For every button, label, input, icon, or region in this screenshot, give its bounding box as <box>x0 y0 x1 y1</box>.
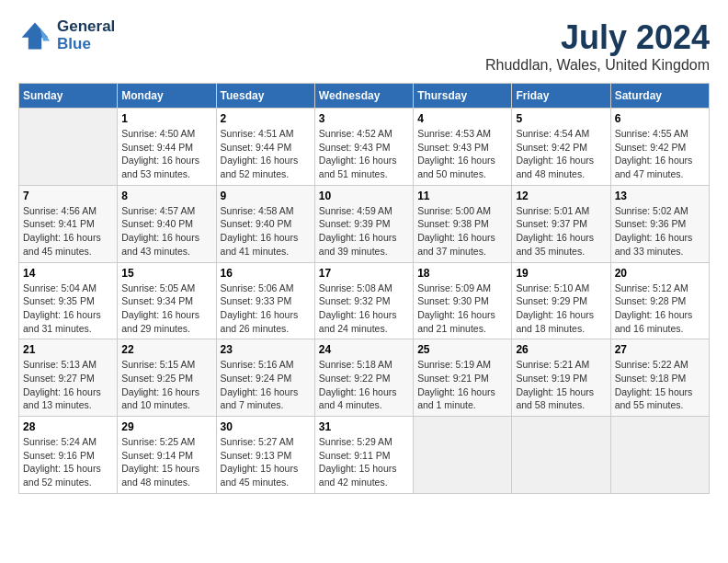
day-number: 18 <box>417 267 507 280</box>
day-info: Sunrise: 5:18 AM Sunset: 9:22 PM Dayligh… <box>319 358 409 412</box>
calendar-cell: 2Sunrise: 4:51 AM Sunset: 9:44 PM Daylig… <box>216 109 314 186</box>
calendar-week-row: 7Sunrise: 4:56 AM Sunset: 9:41 PM Daylig… <box>19 185 710 262</box>
day-info: Sunrise: 5:10 AM Sunset: 9:29 PM Dayligh… <box>516 282 606 336</box>
calendar-cell: 21Sunrise: 5:13 AM Sunset: 9:27 PM Dayli… <box>19 339 118 417</box>
day-number: 19 <box>516 267 606 280</box>
column-header-friday: Friday <box>512 84 610 109</box>
day-info: Sunrise: 4:55 AM Sunset: 9:42 PM Dayligh… <box>615 127 705 181</box>
calendar-cell: 31Sunrise: 5:29 AM Sunset: 9:11 PM Dayli… <box>314 417 413 494</box>
calendar-cell: 20Sunrise: 5:12 AM Sunset: 9:28 PM Dayli… <box>610 262 709 339</box>
day-number: 30 <box>221 420 311 433</box>
day-number: 29 <box>121 420 211 433</box>
day-info: Sunrise: 5:25 AM Sunset: 9:14 PM Dayligh… <box>121 435 211 489</box>
day-number: 23 <box>221 343 311 356</box>
logo-text: General Blue <box>57 18 115 52</box>
day-info: Sunrise: 5:15 AM Sunset: 9:25 PM Dayligh… <box>121 358 211 412</box>
day-number: 20 <box>615 267 705 280</box>
calendar-cell: 7Sunrise: 4:56 AM Sunset: 9:41 PM Daylig… <box>19 185 118 262</box>
day-info: Sunrise: 4:59 AM Sunset: 9:39 PM Dayligh… <box>319 204 409 259</box>
calendar-week-row: 14Sunrise: 5:04 AM Sunset: 9:35 PM Dayli… <box>19 262 710 339</box>
logo: General Blue <box>18 18 115 52</box>
calendar-cell: 19Sunrise: 5:10 AM Sunset: 9:29 PM Dayli… <box>512 262 610 339</box>
day-info: Sunrise: 5:22 AM Sunset: 9:18 PM Dayligh… <box>615 358 705 412</box>
day-number: 8 <box>121 190 211 202</box>
day-info: Sunrise: 4:54 AM Sunset: 9:42 PM Dayligh… <box>516 127 606 181</box>
day-number: 12 <box>516 190 606 202</box>
day-info: Sunrise: 5:01 AM Sunset: 9:37 PM Dayligh… <box>516 204 606 259</box>
day-info: Sunrise: 5:19 AM Sunset: 9:21 PM Dayligh… <box>417 358 507 412</box>
day-info: Sunrise: 5:29 AM Sunset: 9:11 PM Dayligh… <box>319 435 409 489</box>
day-number: 1 <box>121 112 211 125</box>
column-header-thursday: Thursday <box>414 84 512 109</box>
column-header-monday: Monday <box>118 84 216 109</box>
calendar-cell: 30Sunrise: 5:27 AM Sunset: 9:13 PM Dayli… <box>216 417 314 494</box>
day-number: 11 <box>417 190 507 202</box>
day-number: 24 <box>319 343 409 356</box>
calendar-cell: 15Sunrise: 5:05 AM Sunset: 9:34 PM Dayli… <box>118 262 216 339</box>
day-info: Sunrise: 5:02 AM Sunset: 9:36 PM Dayligh… <box>615 204 705 259</box>
day-number: 22 <box>121 343 211 356</box>
calendar-cell: 17Sunrise: 5:08 AM Sunset: 9:32 PM Dayli… <box>314 262 413 339</box>
day-number: 26 <box>516 343 606 356</box>
day-number: 25 <box>417 343 507 356</box>
day-number: 6 <box>615 112 705 125</box>
day-info: Sunrise: 4:51 AM Sunset: 9:44 PM Dayligh… <box>221 127 311 181</box>
column-header-wednesday: Wednesday <box>314 84 413 109</box>
day-number: 31 <box>319 420 409 433</box>
calendar-header-row: SundayMondayTuesdayWednesdayThursdayFrid… <box>19 84 710 109</box>
calendar-cell: 3Sunrise: 4:52 AM Sunset: 9:43 PM Daylig… <box>314 109 413 186</box>
day-info: Sunrise: 5:08 AM Sunset: 9:32 PM Dayligh… <box>319 282 409 336</box>
day-number: 10 <box>319 190 409 202</box>
day-info: Sunrise: 5:24 AM Sunset: 9:16 PM Dayligh… <box>23 435 113 489</box>
calendar-cell: 18Sunrise: 5:09 AM Sunset: 9:30 PM Dayli… <box>414 262 512 339</box>
calendar-cell <box>414 417 512 494</box>
day-number: 27 <box>615 343 705 356</box>
day-info: Sunrise: 5:09 AM Sunset: 9:30 PM Dayligh… <box>417 282 507 336</box>
calendar-cell: 5Sunrise: 4:54 AM Sunset: 9:42 PM Daylig… <box>512 109 610 186</box>
calendar-cell: 9Sunrise: 4:58 AM Sunset: 9:40 PM Daylig… <box>216 185 314 262</box>
day-number: 3 <box>319 112 409 125</box>
day-number: 14 <box>23 267 113 280</box>
day-info: Sunrise: 5:05 AM Sunset: 9:34 PM Dayligh… <box>121 282 211 336</box>
calendar-cell: 22Sunrise: 5:15 AM Sunset: 9:25 PM Dayli… <box>118 339 216 417</box>
calendar-cell: 23Sunrise: 5:16 AM Sunset: 9:24 PM Dayli… <box>216 339 314 417</box>
calendar-week-row: 1Sunrise: 4:50 AM Sunset: 9:44 PM Daylig… <box>19 109 710 186</box>
calendar-cell: 12Sunrise: 5:01 AM Sunset: 9:37 PM Dayli… <box>512 185 610 262</box>
day-info: Sunrise: 5:00 AM Sunset: 9:38 PM Dayligh… <box>417 204 507 259</box>
calendar-table: SundayMondayTuesdayWednesdayThursdayFrid… <box>18 83 710 494</box>
calendar-cell <box>610 417 709 494</box>
column-header-saturday: Saturday <box>610 84 709 109</box>
calendar-cell: 26Sunrise: 5:21 AM Sunset: 9:19 PM Dayli… <box>512 339 610 417</box>
calendar-cell: 29Sunrise: 5:25 AM Sunset: 9:14 PM Dayli… <box>118 417 216 494</box>
calendar-cell: 10Sunrise: 4:59 AM Sunset: 9:39 PM Dayli… <box>314 185 413 262</box>
title-block: July 2024 Rhuddlan, Wales, United Kingdo… <box>485 18 710 74</box>
location-title: Rhuddlan, Wales, United Kingdom <box>485 57 710 74</box>
day-number: 5 <box>516 112 606 125</box>
day-number: 2 <box>221 112 311 125</box>
calendar-cell: 8Sunrise: 4:57 AM Sunset: 9:40 PM Daylig… <box>118 185 216 262</box>
day-info: Sunrise: 4:52 AM Sunset: 9:43 PM Dayligh… <box>319 127 409 181</box>
day-info: Sunrise: 5:21 AM Sunset: 9:19 PM Dayligh… <box>516 358 606 412</box>
calendar-cell: 27Sunrise: 5:22 AM Sunset: 9:18 PM Dayli… <box>610 339 709 417</box>
calendar-cell: 1Sunrise: 4:50 AM Sunset: 9:44 PM Daylig… <box>118 109 216 186</box>
day-info: Sunrise: 5:12 AM Sunset: 9:28 PM Dayligh… <box>615 282 705 336</box>
calendar-cell: 6Sunrise: 4:55 AM Sunset: 9:42 PM Daylig… <box>610 109 709 186</box>
calendar-cell: 14Sunrise: 5:04 AM Sunset: 9:35 PM Dayli… <box>19 262 118 339</box>
column-header-tuesday: Tuesday <box>216 84 314 109</box>
calendar-cell: 28Sunrise: 5:24 AM Sunset: 9:16 PM Dayli… <box>19 417 118 494</box>
day-number: 13 <box>615 190 705 202</box>
day-info: Sunrise: 4:53 AM Sunset: 9:43 PM Dayligh… <box>417 127 507 181</box>
day-number: 9 <box>221 190 311 202</box>
day-info: Sunrise: 4:56 AM Sunset: 9:41 PM Dayligh… <box>23 204 113 259</box>
day-info: Sunrise: 5:04 AM Sunset: 9:35 PM Dayligh… <box>23 282 113 336</box>
day-number: 4 <box>417 112 507 125</box>
day-number: 28 <box>23 420 113 433</box>
calendar-cell: 4Sunrise: 4:53 AM Sunset: 9:43 PM Daylig… <box>414 109 512 186</box>
day-info: Sunrise: 5:13 AM Sunset: 9:27 PM Dayligh… <box>23 358 113 412</box>
day-info: Sunrise: 5:06 AM Sunset: 9:33 PM Dayligh… <box>221 282 311 336</box>
calendar-cell: 16Sunrise: 5:06 AM Sunset: 9:33 PM Dayli… <box>216 262 314 339</box>
day-info: Sunrise: 4:50 AM Sunset: 9:44 PM Dayligh… <box>121 127 211 181</box>
page-header: General Blue July 2024 Rhuddlan, Wales, … <box>18 18 710 74</box>
day-number: 21 <box>23 343 113 356</box>
day-number: 16 <box>221 267 311 280</box>
